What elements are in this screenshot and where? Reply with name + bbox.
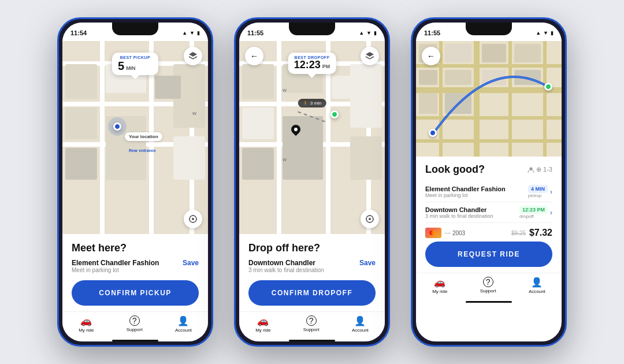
- svg-point-7: [369, 218, 371, 220]
- support-icon: ?: [129, 315, 140, 326]
- wifi-icon-2: ▼: [366, 30, 372, 36]
- nav-account-3[interactable]: 👤 Account: [529, 277, 545, 294]
- map-layers-btn-2[interactable]: [361, 47, 379, 65]
- phone-3: 11:55 ▲ ▼ ▮: [411, 17, 567, 347]
- map-locate-btn-2[interactable]: [361, 210, 379, 228]
- pickup-badge: BEST PICKUP 5 MIN: [112, 53, 158, 75]
- map-1: w w BEST PICKUP 5 MIN Your location Rear…: [62, 41, 208, 234]
- walk-indicator: 🚶 3 min: [298, 99, 326, 107]
- map-3: ←: [416, 41, 562, 157]
- map-locate-btn-1[interactable]: [184, 210, 202, 228]
- phone-1: 11:54 ▲ ▼ ▮: [57, 17, 213, 347]
- support-label: Support: [127, 327, 143, 332]
- card-number: ···· 2003: [444, 230, 465, 236]
- walk-icon: 🚶: [303, 101, 309, 106]
- nav-my-ride-3[interactable]: 🚗 My ride: [432, 277, 447, 294]
- dropoff-review-name: Downtown Chandler: [425, 206, 519, 213]
- notch-2: [289, 23, 335, 35]
- dropoff-time-badge: 12:23 PM: [519, 206, 548, 214]
- notch-3: [466, 23, 512, 35]
- rear-entrance-label[interactable]: Rear entrance: [129, 148, 156, 153]
- account-icon: 👤: [177, 315, 189, 326]
- support-label-3: Support: [480, 288, 496, 294]
- battery-icon-2: ▮: [374, 30, 377, 36]
- dropoff-review-sub: 3 min walk to final destination: [425, 213, 519, 219]
- nav-account-2[interactable]: 👤 Account: [352, 315, 369, 333]
- wifi-icon-3: ▼: [543, 30, 548, 36]
- walk-time: 3 min: [310, 101, 322, 106]
- save-link-1[interactable]: Save: [183, 259, 199, 267]
- wifi-icon: ▼: [190, 30, 195, 36]
- battery-icon-3: ▮: [551, 30, 554, 36]
- location-row-1: Element Chandler Fashion Meet in parking…: [72, 259, 199, 274]
- svg-point-1: [192, 218, 194, 220]
- nav-support-3[interactable]: ? Support: [480, 277, 496, 294]
- pickup-chevron: ›: [550, 188, 552, 196]
- nav-account-1[interactable]: 👤 Account: [175, 315, 192, 333]
- status-icons-2: ▲ ▼ ▮: [359, 30, 377, 36]
- panel-question-1: Meet here?: [72, 242, 199, 254]
- location-sub-2: 3 min walk to final destination: [248, 267, 324, 273]
- save-link-2[interactable]: Save: [359, 259, 376, 267]
- your-location-label: Your location: [125, 132, 162, 141]
- panel-question-2: Drop off here?: [248, 242, 376, 254]
- bottom-panel-2: Drop off here? Downtown Chandler 3 min w…: [239, 234, 385, 311]
- status-bar-1: 11:54 ▲ ▼ ▮: [62, 23, 208, 41]
- final-price: $7.32: [529, 228, 552, 238]
- dropoff-badge-arrow: [308, 74, 316, 78]
- card-info: ···· 2003: [425, 228, 465, 238]
- pickup-time-label: pickup: [528, 193, 548, 198]
- location-name-1: Element Chandler Fashion: [72, 259, 159, 267]
- w-label-2: w: [192, 110, 196, 116]
- time-1: 11:54: [70, 29, 87, 36]
- map-back-btn-2[interactable]: ←: [245, 47, 263, 65]
- request-ride-btn[interactable]: REQUEST RIDE: [425, 242, 552, 267]
- badge-time: 5: [118, 60, 124, 72]
- my-ride-label-2: My ride: [255, 328, 270, 333]
- signal-icon-3: ▲: [536, 30, 541, 36]
- payment-row: ···· 2003 $9.25 $7.32: [425, 223, 552, 242]
- status-icons-3: ▲ ▼ ▮: [536, 30, 554, 36]
- route-end-dot: [544, 83, 552, 91]
- dropoff-chevron: ›: [550, 209, 552, 217]
- location-sub-1: Meet in parking lot: [72, 267, 159, 273]
- support-icon-3: ?: [483, 277, 493, 287]
- my-ride-icon-2: 🚗: [257, 315, 269, 326]
- location-name-2: Downtown Chandler: [248, 259, 324, 267]
- account-label-3: Account: [529, 289, 545, 294]
- phone-2: 11:55 ▲ ▼ ▮: [234, 17, 390, 347]
- review-header: Look good? ⊕ 1-3: [425, 164, 552, 176]
- passenger-count: ⊕ 1-3: [528, 166, 552, 173]
- pickup-review-row[interactable]: Element Chandler Fashion Meet in parking…: [425, 181, 552, 202]
- time-3: 11:55: [424, 29, 440, 36]
- map-2: w w BEST DROPOFF 12:23 PM 🚶 3 min: [239, 41, 385, 234]
- home-indicator-1: [112, 340, 158, 341]
- dropoff-badge-unit: PM: [322, 64, 330, 69]
- nav-support-2[interactable]: ? Support: [303, 315, 320, 333]
- signal-icon: ▲: [182, 30, 187, 36]
- account-label: Account: [175, 328, 192, 333]
- dropoff-review-row[interactable]: Downtown Chandler 3 min walk to final de…: [425, 202, 552, 223]
- status-bar-2: 11:55 ▲ ▼ ▮: [239, 23, 385, 41]
- my-ride-icon: 🚗: [80, 315, 92, 326]
- nav-support-1[interactable]: ? Support: [127, 315, 143, 333]
- map-layers-btn-1[interactable]: [184, 47, 202, 65]
- bottom-nav-1: 🚗 My ride ? Support 👤 Account: [62, 311, 208, 337]
- confirm-dropoff-btn[interactable]: CONFIRM DROPOFF: [248, 280, 376, 306]
- map-back-btn-3[interactable]: ←: [422, 47, 440, 65]
- confirm-pickup-btn[interactable]: CONFIRM PICKUP: [72, 280, 199, 306]
- home-indicator-3: [466, 301, 512, 303]
- dropoff-time-label: dropoff: [519, 214, 548, 219]
- route-start-dot: [429, 129, 437, 137]
- w-label-p2-2: w: [283, 157, 287, 162]
- battery-icon: ▮: [197, 30, 200, 36]
- nav-my-ride-1[interactable]: 🚗 My ride: [79, 315, 94, 333]
- pickup-review-name: Element Chandler Fashion: [425, 185, 528, 192]
- badge-arrow: [131, 75, 139, 79]
- price-area: $9.25 $7.32: [511, 228, 552, 238]
- bottom-nav-3: 🚗 My ride ? Support 👤 Account: [416, 273, 562, 299]
- w-label-p2-1: w: [283, 87, 287, 93]
- account-label-2: Account: [352, 328, 369, 333]
- bottom-panel-1: Meet here? Element Chandler Fashion Meet…: [62, 234, 208, 311]
- nav-my-ride-2[interactable]: 🚗 My ride: [255, 315, 270, 333]
